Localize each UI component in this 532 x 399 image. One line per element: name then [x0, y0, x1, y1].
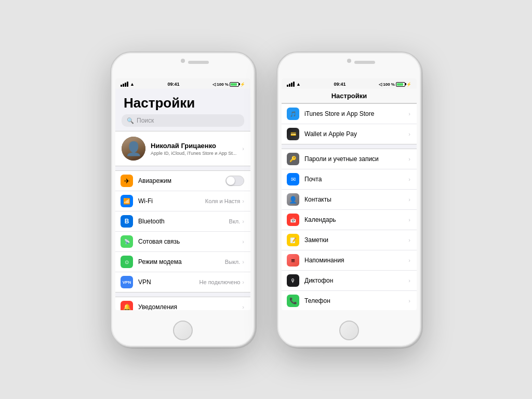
calendar-chevron: ›: [408, 217, 410, 223]
row-notifications[interactable]: 🔔 Уведомления ›: [115, 297, 250, 310]
row-airplane[interactable]: ✈ Авиарежим: [115, 171, 250, 191]
row-phone[interactable]: 📞 Телефон ›: [282, 291, 417, 310]
profile-name: Николай Грицаенко: [151, 142, 237, 150]
vpn-chevron: ›: [242, 279, 244, 285]
voice-memos-icon: 🎙: [287, 274, 299, 287]
search-bar[interactable]: 🔍 Поиск: [122, 114, 244, 127]
status-left: ▲: [121, 82, 135, 87]
signal-bars: [121, 82, 128, 87]
row-cellular[interactable]: 📡 Сотовая связь ›: [115, 232, 250, 252]
battery-right: [396, 82, 405, 87]
wifi-chevron: ›: [242, 198, 244, 204]
mail-icon: ✉: [287, 173, 299, 185]
row-passwords[interactable]: 🔑 Пароли и учетные записи ›: [282, 149, 417, 169]
signal-bar-1: [121, 85, 122, 87]
battery-icon-left: [230, 82, 239, 87]
row-bluetooth[interactable]: B Bluetooth Вкл. ›: [115, 211, 250, 232]
status-right-left: ◁ 100 % ⚡: [212, 82, 245, 87]
status-time-left: 09:41: [168, 82, 180, 87]
hotspot-chevron: ›: [242, 259, 244, 265]
location-icon: ◁: [212, 82, 216, 87]
cellular-label: Сотовая связь: [138, 238, 242, 245]
airplane-icon: ✈: [121, 175, 133, 187]
battery-left: [230, 82, 239, 87]
screen-left: ▲ 09:41 ◁ 100 % ⚡ Настройки: [115, 78, 250, 310]
cellular-chevron: ›: [242, 238, 244, 245]
status-right-right: ◁ 100 % ⚡: [379, 82, 411, 87]
voice-memos-chevron: ›: [408, 277, 410, 284]
row-wallet[interactable]: 💳 Wallet и Apple Pay ›: [282, 124, 417, 144]
wifi-status-icon-right: ▲: [296, 82, 301, 87]
wallet-label: Wallet и Apple Pay: [304, 130, 408, 138]
passwords-label: Пароли и учетные записи: [304, 155, 408, 163]
contacts-label: Контакты: [304, 196, 408, 203]
mail-chevron: ›: [408, 176, 410, 182]
calendar-icon: 📅: [287, 214, 299, 226]
phone-icon: 📞: [287, 295, 299, 307]
phone-right: ▲ 09:41 ◁ 100 % ⚡ Настройки: [276, 51, 422, 348]
nav-bar-right: Настройки: [282, 89, 417, 103]
avatar-image: [122, 137, 145, 161]
settings-title-left: Настройки: [115, 89, 250, 114]
phones-container: ▲ 09:41 ◁ 100 % ⚡ Настройки: [110, 51, 422, 348]
battery-icon-right: [396, 82, 405, 87]
profile-row[interactable]: Николай Грицаенко Apple ID, iCloud, iTun…: [115, 131, 250, 166]
vpn-value: Не подключено: [200, 279, 241, 285]
wifi-value: Коля и Настя: [205, 198, 240, 204]
settings-section-1: ✈ Авиарежим 📶 Wi-Fi Коля и Настя › B: [115, 170, 250, 292]
row-notes[interactable]: 📝 Заметки ›: [282, 230, 417, 250]
airplane-label: Авиарежим: [138, 177, 225, 184]
signal-bar-r4: [293, 82, 295, 87]
airplane-toggle[interactable]: [225, 176, 244, 186]
itunes-icon: 🎵: [287, 108, 299, 120]
profile-info: Николай Грицаенко Apple ID, iCloud, iTun…: [151, 142, 237, 156]
row-contacts[interactable]: 👤 Контакты ›: [282, 190, 417, 210]
phone-chevron: ›: [408, 298, 410, 304]
row-calendar[interactable]: 📅 Календарь ›: [282, 210, 417, 230]
home-button-left[interactable]: [173, 321, 193, 340]
row-vpn[interactable]: VPN VPN Не подключено ›: [115, 272, 250, 292]
reminders-label: Напоминания: [304, 257, 408, 264]
notifications-icon: 🔔: [121, 301, 133, 310]
home-button-right[interactable]: [339, 321, 359, 340]
charge-icon: ⚡: [240, 82, 245, 87]
status-left-right: ▲: [287, 82, 301, 87]
search-icon: 🔍: [127, 117, 134, 124]
status-bar-right: ▲ 09:41 ◁ 100 % ⚡: [282, 78, 417, 89]
row-itunes[interactable]: 🎵 iTunes Store и App Store ›: [282, 104, 417, 124]
signal-bar-r2: [289, 84, 290, 87]
wallet-chevron: ›: [408, 131, 410, 137]
reminders-icon: ≡: [287, 254, 299, 267]
signal-bar-3: [125, 83, 126, 87]
speaker-right: [354, 61, 375, 64]
notifications-chevron: ›: [242, 304, 244, 310]
row-reminders[interactable]: ≡ Напоминания ›: [282, 250, 417, 271]
battery-percent-left: 100 %: [217, 82, 229, 87]
wifi-status-icon: ▲: [130, 82, 135, 87]
itunes-label: iTunes Store и App Store: [304, 110, 408, 117]
row-hotspot[interactable]: ⊙ Режим модема Выкл. ›: [115, 252, 250, 272]
itunes-chevron: ›: [408, 111, 410, 117]
settings-content-left: Настройки 🔍 Поиск Николай Грицаенко Appl…: [115, 89, 250, 310]
row-mail[interactable]: ✉ Почта ›: [282, 169, 417, 190]
mail-label: Почта: [304, 176, 408, 183]
notes-icon: 📝: [287, 234, 299, 246]
signal-bar-r3: [291, 83, 292, 87]
notes-chevron: ›: [408, 237, 410, 243]
cellular-icon: 📡: [121, 235, 133, 248]
battery-percent-right: 100 %: [383, 82, 395, 87]
hotspot-icon: ⊙: [121, 256, 133, 268]
bluetooth-label: Bluetooth: [138, 218, 229, 225]
wallet-icon: 💳: [287, 128, 299, 140]
settings-section-2: 🔔 Уведомления ›: [115, 297, 250, 310]
row-voice-memos[interactable]: 🎙 Диктофон ›: [282, 271, 417, 291]
battery-fill-left: [231, 83, 237, 86]
profile-avatar: [122, 137, 145, 161]
contacts-chevron: ›: [408, 196, 410, 203]
nav-title: Настройки: [331, 92, 367, 100]
signal-bar-4: [127, 82, 128, 87]
row-wifi[interactable]: 📶 Wi-Fi Коля и Настя ›: [115, 191, 250, 211]
wifi-icon: 📶: [121, 195, 133, 207]
voice-memos-label: Диктофон: [304, 277, 408, 284]
phone-label: Телефон: [304, 297, 408, 304]
